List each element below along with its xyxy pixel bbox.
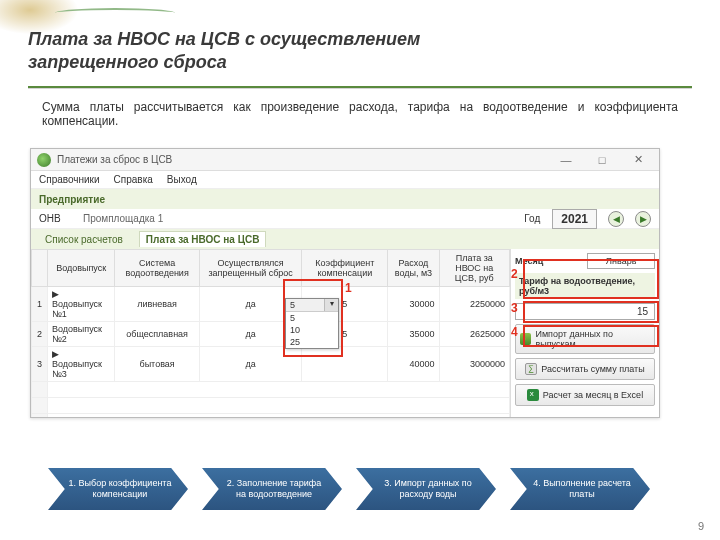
coef-dropdown[interactable]: 5 ▾ 5 10 25 [285,298,339,349]
dropdown-option[interactable]: 10 [286,324,338,336]
onb-row: ОНВ Промплощадка 1 Год 2021 ◀ ▶ [31,209,659,229]
content-area: Водовыпуск Система водоотведения Осущест… [31,249,659,417]
steps-row: 1. Выбор коэффициента компенсации 2. Зап… [48,468,650,510]
menu-spravochniki[interactable]: Справочники [39,174,100,185]
window-title: Платежи за сброс в ЦСВ [57,154,172,165]
slide-title-line1: Плата за НВОС на ЦСВ с осуществлением [28,29,420,49]
import-button[interactable]: Импорт данных по выпускам [515,324,655,354]
annotation-2: 2 [511,267,518,281]
tab-list[interactable]: Список расчетов [39,232,129,247]
titlebar: Платежи за сброс в ЦСВ — □ ✕ [31,149,659,171]
tarif-label: Тариф на водоотведение, руб/м3 [515,273,655,299]
col-outlet: Водовыпуск [48,250,115,287]
title-underline [28,86,692,88]
chevron-down-icon[interactable]: ▾ [324,299,338,311]
app-icon [37,153,51,167]
col-volume: Расход воды, м3 [388,250,439,287]
enterprise-row: Предприятие [31,189,659,209]
menu-exit[interactable]: Выход [167,174,197,185]
tab-active[interactable]: Плата за НВОС на ЦСВ [139,231,267,247]
dropdown-selected: 5 [286,299,324,311]
side-panel: Месяц Январь Тариф на водоотведение, руб… [511,249,659,417]
onb-value: Промплощадка 1 [83,213,163,224]
col-forbidden: Осуществлялся запрещенный сброс [199,250,302,287]
excel-icon [527,389,539,401]
annotation-1: 1 [345,281,352,295]
table-row[interactable]: 2 Водовыпуск №2 общесплавная да 5 35000 … [32,322,510,347]
col-system: Система водоотведения [115,250,199,287]
list-row: Список расчетов Плата за НВОС на ЦСВ [31,229,659,249]
minimize-button[interactable]: — [551,154,581,166]
col-payment: Плата за НВОС на ЦСВ, руб [439,250,510,287]
tarif-input[interactable]: 15 [515,303,655,320]
year-value[interactable]: 2021 [552,209,597,229]
app-window: Платежи за сброс в ЦСВ — □ ✕ Справочники… [30,148,660,418]
slide-title: Плата за НВОС на ЦСВ с осуществлением за… [28,28,420,73]
year-prev-button[interactable]: ◀ [608,211,624,227]
row-arrow-icon: ▶ [52,289,59,299]
dropdown-option[interactable]: 25 [286,336,338,348]
table-row[interactable]: 3 ▶ Водовыпуск №3 бытовая да 40000 30000… [32,347,510,382]
annotation-4: 4 [511,325,518,339]
year-next-button[interactable]: ▶ [635,211,651,227]
month-label: Месяц [515,256,583,266]
row-arrow-icon: ▶ [52,349,59,359]
slide-title-line2: запрещенного сброса [28,52,227,72]
step-1: 1. Выбор коэффициента компенсации [48,468,188,510]
page-number: 9 [698,520,704,532]
calculator-icon [525,363,537,375]
data-table[interactable]: Водовыпуск Система водоотведения Осущест… [31,249,510,417]
import-icon [520,333,531,345]
calculate-button[interactable]: Рассчитать сумму платы [515,358,655,380]
step-2: 2. Заполнение тарифа на водоотведение [202,468,342,510]
close-button[interactable]: ✕ [623,153,653,166]
annotation-3: 3 [511,301,518,315]
slide-subtitle: Сумма платы рассчитывается как произведе… [42,100,678,128]
year-label: Год [524,213,540,224]
step-3: 3. Импорт данных по расходу воды [356,468,496,510]
menu-spravka[interactable]: Справка [114,174,153,185]
main-grid: Водовыпуск Система водоотведения Осущест… [31,249,511,417]
enterprise-label: Предприятие [39,194,105,205]
step-4: 4. Выполнение расчета платы [510,468,650,510]
excel-button[interactable]: Расчет за месяц в Excel [515,384,655,406]
table-row[interactable]: 1 ▶ Водовыпуск №1 ливневая да 5 30000 22… [32,287,510,322]
onb-label: ОНВ [39,213,75,224]
maximize-button[interactable]: □ [587,154,617,166]
dropdown-option[interactable]: 5 [286,312,338,324]
menubar: Справочники Справка Выход [31,171,659,189]
month-select[interactable]: Январь [587,253,655,269]
